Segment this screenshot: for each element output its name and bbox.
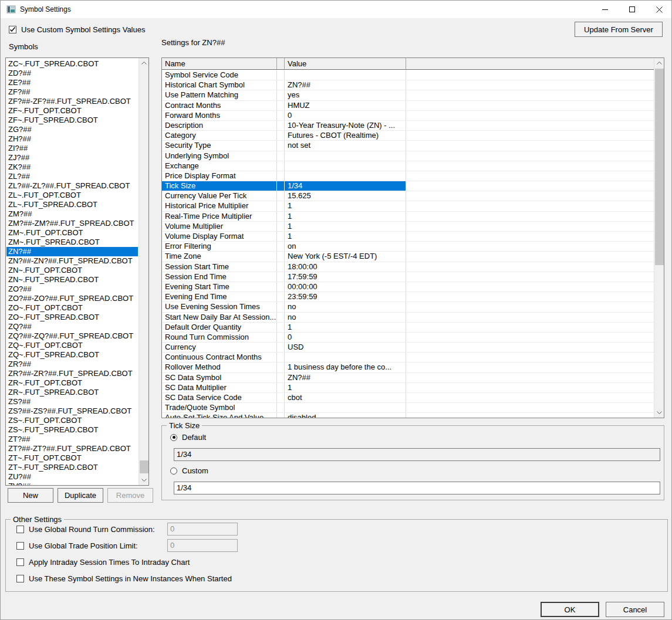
symbol-list-item[interactable]: ZC~.FUT_SPREAD.CBOT [6, 59, 138, 69]
settings-row[interactable]: Exchange [162, 161, 654, 171]
symbol-list-item[interactable]: ZS?##-ZS?##.FUT_SPREAD.CBOT [6, 406, 138, 416]
apply-intraday-session-times-checkbox[interactable]: Apply Intraday Session Times To Intraday… [16, 558, 190, 567]
settings-row[interactable]: Volume Multiplier 1 [162, 222, 654, 232]
symbol-list-item[interactable]: ZH?## [6, 134, 138, 144]
settings-row[interactable]: Historical Chart Symbol ZN?## [162, 80, 654, 90]
settings-row[interactable]: Historical Price Multiplier 1 [162, 201, 654, 211]
table-scrollbar-thumb[interactable] [655, 69, 664, 265]
settings-row[interactable]: Error Filtering on [162, 242, 654, 252]
symbol-list-item[interactable]: ZN?##-ZN?##.FUT_SPREAD.CBOT [6, 256, 138, 266]
symbol-list-item[interactable]: ZN~.FUT_OPT.CBOT [6, 266, 138, 275]
symbol-list-item[interactable]: ZF?##-ZF?##.FUT_SPREAD.CBOT [6, 97, 138, 106]
settings-row[interactable]: Currency USD [162, 343, 654, 353]
settings-row[interactable]: Start New Daily Bar At Session... no [162, 313, 654, 323]
symbol-list-item[interactable]: ZO~.FUT_SPREAD.CBOT [6, 313, 138, 322]
settings-row[interactable]: Currency Value Per Tick 15.625 [162, 191, 654, 201]
symbols-list[interactable]: ZC~.FUT_SPREAD.CBOT ZD?## ZE?## ZF?## ZF… [5, 57, 149, 486]
symbol-list-item[interactable]: ZL?## [6, 172, 138, 181]
custom-tick-size-field[interactable]: 1/34 [174, 482, 660, 494]
symbol-list-item[interactable]: ZS~.FUT_SPREAD.CBOT [6, 425, 138, 435]
symbol-list-item[interactable]: ZT?## [6, 435, 138, 444]
settings-row[interactable]: Trade/Quote Symbol [162, 403, 654, 413]
symbol-list-item[interactable]: ZM~.FUT_SPREAD.CBOT [6, 238, 138, 247]
settings-row[interactable]: Volume Display Format 1 [162, 232, 654, 242]
minimize-button[interactable] [592, 1, 619, 18]
symbols-scrollbar-thumb[interactable] [140, 460, 148, 473]
symbol-list-item[interactable]: ZN~.FUT_SPREAD.CBOT [6, 275, 138, 284]
duplicate-button[interactable]: Duplicate [58, 488, 103, 503]
column-header-value[interactable]: Value [285, 58, 406, 69]
symbol-list-item[interactable]: ZE?## [6, 78, 138, 87]
column-header-name[interactable]: Name [162, 58, 277, 69]
settings-row[interactable]: Default Order Quantity 1 [162, 323, 654, 333]
settings-row[interactable]: Underlying Symbol [162, 151, 654, 161]
symbol-list-item[interactable]: ZR~.FUT_SPREAD.CBOT [6, 388, 138, 397]
symbol-list-item[interactable]: ZM?## [6, 209, 138, 219]
settings-table[interactable]: Name Value Symbol Service Code Historica… [161, 57, 664, 418]
settings-row[interactable]: Security Type not set [162, 141, 654, 151]
symbol-list-item[interactable]: ZS?## [6, 397, 138, 406]
symbol-list-item[interactable]: ZF~.FUT_OPT.CBOT [6, 106, 138, 116]
symbols-scrollbar[interactable] [139, 58, 148, 485]
symbol-list-item[interactable]: ZD?## [6, 69, 138, 78]
symbol-list-item[interactable]: ZQ?##-ZQ?##.FUT_SPREAD.CBOT [6, 331, 138, 341]
settings-row[interactable]: SC Data Symbol ZN?## [162, 373, 654, 383]
settings-row[interactable]: Tick Size 1/34 [162, 181, 654, 191]
symbol-list-item[interactable]: ZU?## [6, 472, 138, 482]
settings-row[interactable]: SC Data Service Code cbot [162, 393, 654, 403]
settings-row[interactable]: Use Evening Session Times no [162, 302, 654, 312]
settings-row[interactable]: Price Display Format [162, 171, 654, 181]
symbol-list-item[interactable]: ZQ?## [6, 322, 138, 331]
symbol-list-item[interactable]: ZG?## [6, 125, 138, 134]
symbol-list-item[interactable]: ZL~.FUT_SPREAD.CBOT [6, 200, 138, 209]
settings-row[interactable]: Auto-Set Tick Size And Value disabled [162, 413, 654, 418]
settings-row[interactable]: Contract Months HMUZ [162, 101, 654, 111]
scroll-up-icon[interactable] [139, 58, 149, 68]
table-scrollbar[interactable] [654, 58, 664, 418]
settings-row[interactable]: Continuous Contract Months [162, 353, 654, 362]
symbol-list-item[interactable]: ZF?## [6, 87, 138, 97]
default-tick-size-field[interactable]: 1/34 [174, 448, 660, 461]
global-round-turn-commission-checkbox[interactable]: Use Global Round Turn Commission: [16, 525, 155, 534]
symbol-list-item[interactable]: ZM~.FUT_OPT.CBOT [6, 228, 138, 238]
symbol-list-item[interactable]: ZT~.FUT_OPT.CBOT [6, 453, 138, 463]
table-scroll-down-icon[interactable] [654, 408, 664, 418]
settings-row[interactable]: Evening Start Time 00:00:00 [162, 282, 654, 292]
default-radio[interactable]: Default [170, 433, 206, 442]
symbol-list-item[interactable]: ZV?## [6, 482, 138, 485]
settings-row[interactable]: Symbol Service Code [162, 70, 654, 80]
symbol-list-item[interactable]: ZT?##-ZT?##.FUT_SPREAD.CBOT [6, 444, 138, 453]
new-button[interactable]: New [8, 488, 53, 503]
settings-row[interactable]: Category Futures - CBOT (Realtime) [162, 131, 654, 141]
ok-button[interactable]: OK [541, 602, 599, 617]
settings-row[interactable]: Description 10-Year Treasury-Note (ZN) -… [162, 121, 654, 131]
symbol-list-item[interactable]: ZO?## [6, 284, 138, 294]
symbol-list-item[interactable]: ZF~.FUT_SPREAD.CBOT [6, 116, 138, 125]
maximize-button[interactable] [619, 1, 646, 18]
use-settings-in-new-instances-checkbox[interactable]: Use These Symbol Settings in New Instanc… [16, 574, 232, 583]
symbol-list-item[interactable]: ZL~.FUT_OPT.CBOT [6, 191, 138, 200]
symbol-list-item[interactable]: ZJ?## [6, 153, 138, 162]
symbol-list-item[interactable]: ZM?##-ZM?##.FUT_SPREAD.CBOT [6, 219, 138, 228]
settings-row[interactable]: Evening End Time 23:59:59 [162, 292, 654, 302]
scroll-down-icon[interactable] [139, 475, 149, 485]
cancel-button[interactable]: Cancel [606, 602, 664, 617]
settings-row[interactable]: Forward Months 0 [162, 111, 654, 121]
symbol-list-item[interactable]: ZK?## [6, 162, 138, 172]
symbol-list-item[interactable]: ZO~.FUT_OPT.CBOT [6, 303, 138, 313]
symbol-list-item[interactable]: ZS~.FUT_OPT.CBOT [6, 416, 138, 425]
symbol-list-item[interactable]: ZN?## [6, 247, 138, 256]
settings-row[interactable]: Round Turn Commission 0 [162, 333, 654, 343]
symbol-list-item[interactable]: ZR~.FUT_OPT.CBOT [6, 378, 138, 388]
symbol-list-item[interactable]: ZQ~.FUT_SPREAD.CBOT [6, 350, 138, 360]
settings-row[interactable]: Session End Time 17:59:59 [162, 272, 654, 282]
symbol-list-item[interactable]: ZQ~.FUT_OPT.CBOT [6, 341, 138, 350]
symbol-list-item[interactable]: ZR?## [6, 360, 138, 369]
settings-row[interactable]: Use Pattern Matching yes [162, 90, 654, 100]
settings-row[interactable]: Session Start Time 18:00:00 [162, 262, 654, 272]
update-from-server-button[interactable]: Update From Server [575, 22, 663, 37]
global-trade-position-limit-checkbox[interactable]: Use Global Trade Position Limit: [16, 541, 138, 550]
table-scroll-up-icon[interactable] [654, 58, 664, 68]
symbol-list-item[interactable]: ZO?##-ZO?##.FUT_SPREAD.CBOT [6, 294, 138, 303]
close-button[interactable] [646, 1, 672, 18]
